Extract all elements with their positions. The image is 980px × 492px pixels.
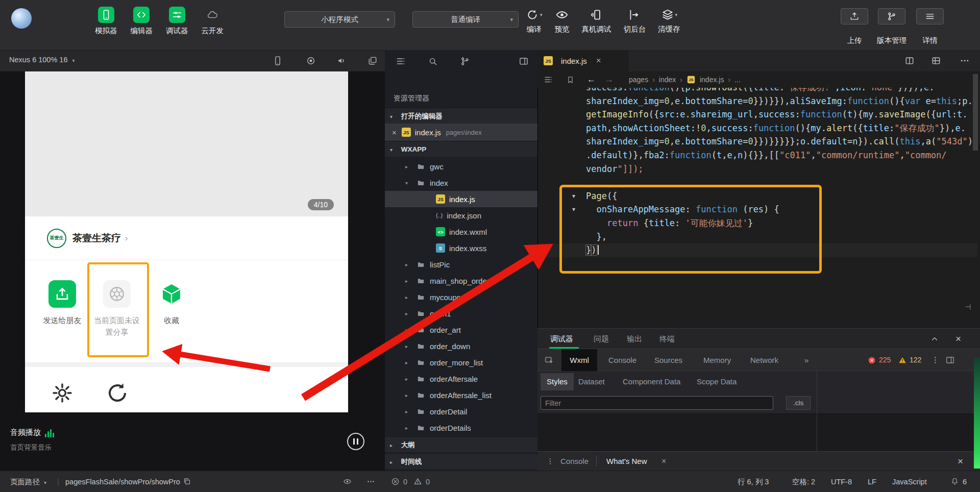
multi-window-icon[interactable] — [368, 56, 378, 66]
kebab-menu-icon[interactable] — [931, 356, 940, 364]
breadcrumb-index[interactable]: index — [659, 76, 676, 84]
devtools-tab-network[interactable]: Network — [750, 349, 778, 371]
dock-panel-icon[interactable] — [519, 56, 529, 66]
devtools-tab-memory[interactable]: Memory — [703, 349, 731, 371]
eye-icon[interactable] — [343, 477, 352, 486]
share-brand-row[interactable]: 茶壹生 茶壹生茶疗 › — [25, 216, 348, 260]
share-item-send-to-friend[interactable]: 发送给朋友 — [34, 280, 90, 326]
editor-button[interactable]: 编辑器 — [131, 7, 153, 36]
editor-scrollbar[interactable] — [973, 74, 978, 151]
devtools-tab-console[interactable]: Console — [608, 349, 636, 371]
open-editor-item[interactable]: × JS index.js pages\index — [385, 124, 537, 141]
timeline-header[interactable]: ▸ 时间线 — [385, 453, 537, 469]
cursor-position[interactable]: 行 6, 列 3 — [738, 471, 769, 492]
page-path-value[interactable]: pagesFlashSale/showPro/showPro — [65, 471, 180, 492]
wxss-file-icon: S — [436, 243, 445, 253]
record-icon[interactable] — [306, 56, 316, 66]
tree-item-index.wxml[interactable]: <>index.wxml — [385, 224, 537, 240]
cloud-dev-button[interactable]: 云开发 — [202, 7, 224, 36]
tree-item-gwc[interactable]: ▸gwc — [385, 158, 537, 175]
encoding[interactable]: UTF-8 — [831, 471, 852, 492]
simulator-button[interactable]: 模拟器 — [95, 7, 117, 36]
mode-select[interactable]: 小程序模式 ▾ — [284, 11, 395, 28]
tree-item-order_more_list[interactable]: ▸order_more_list — [385, 354, 537, 371]
tree-item-index.json[interactable]: {..}index.json — [385, 207, 537, 224]
split-editor-icon[interactable] — [904, 56, 915, 66]
version-control-button[interactable] — [878, 8, 905, 24]
wechat-devtools-window: 模拟器 编辑器 调试器 云开发 小程序模式 ▾ 普通编译 ▾ — [0, 0, 980, 492]
compile-mode-select[interactable]: 普通编译 ▾ — [412, 11, 519, 28]
search-icon[interactable] — [428, 56, 438, 66]
inspector-tab-styles[interactable]: Styles — [541, 373, 574, 390]
close-icon[interactable]: × — [662, 452, 666, 471]
pause-button[interactable] — [347, 433, 364, 450]
tree-item-open1[interactable]: ▸open1 — [385, 305, 537, 322]
language-mode[interactable]: JavaScript — [892, 471, 927, 492]
devtools-tab-wxml[interactable]: Wxml — [561, 349, 597, 371]
tree-item-order_art[interactable]: ▸order_art — [385, 322, 537, 338]
tree-item-listPic[interactable]: ▸listPic — [385, 256, 537, 273]
drawer-menu-icon[interactable] — [546, 457, 554, 465]
inspector-tab-component-data[interactable]: Component Data — [623, 371, 680, 392]
breadcrumb-pages[interactable]: pages — [629, 76, 648, 84]
tree-item-orderDetail[interactable]: ▸orderDetail — [385, 403, 537, 420]
project-header[interactable]: ▾ WXAPP — [385, 141, 537, 157]
device-debug-button[interactable]: 真机调试 — [582, 8, 611, 34]
layout-icon[interactable] — [931, 56, 941, 66]
share-item-favorite[interactable]: 收藏 — [143, 280, 200, 326]
details-button[interactable] — [916, 8, 944, 24]
style-filter-input[interactable] — [541, 396, 773, 410]
close-drawer-icon[interactable]: × — [958, 452, 963, 471]
tab-index-js[interactable]: JS index.js × — [537, 50, 628, 71]
drawer-tab-console[interactable]: Console — [560, 452, 589, 471]
reload-icon[interactable] — [105, 381, 130, 405]
bookmark-icon[interactable] — [566, 76, 575, 84]
outline-list-icon[interactable] — [396, 56, 406, 66]
compile-button[interactable]: ▾ 编译 — [526, 8, 543, 34]
copy-icon[interactable] — [183, 477, 191, 486]
tree-item-orderAftersale[interactable]: ▸orderAftersale — [385, 371, 537, 387]
dock-side-icon[interactable] — [945, 355, 955, 365]
drawer-tab-whats-new[interactable]: What's New — [606, 452, 647, 471]
nav-forward-icon[interactable]: → — [605, 75, 614, 85]
git-branch-icon[interactable] — [460, 56, 470, 66]
debugger-button[interactable]: 调试器 — [166, 7, 188, 36]
bell-icon[interactable] — [950, 477, 959, 486]
preview-button[interactable]: 预览 — [555, 8, 570, 34]
device-selector[interactable]: Nexus 6 100% 16 ▾ — [9, 56, 75, 64]
more-actions-icon[interactable] — [960, 56, 970, 66]
devtools-tab-sources[interactable]: Sources — [654, 349, 682, 371]
settings-gear-icon[interactable] — [50, 381, 75, 405]
breadcrumb-file[interactable]: index.js — [700, 76, 724, 84]
upload-button[interactable] — [841, 8, 868, 24]
breadcrumb-more[interactable]: ... — [734, 76, 741, 84]
tree-item-orderDetails[interactable]: ▸orderDetails — [385, 420, 537, 436]
clear-cache-button[interactable]: ▾ 清缓存 — [658, 8, 680, 34]
indent-setting[interactable]: 空格: 2 — [792, 471, 815, 492]
tree-item-index.wxss[interactable]: Sindex.wxss — [385, 240, 537, 256]
more-icon[interactable] — [366, 477, 375, 486]
outline-icon[interactable] — [544, 75, 553, 84]
inspect-element-icon[interactable] — [544, 355, 554, 365]
page-path-selector[interactable]: 页面路径 ▾ — [10, 471, 46, 492]
tree-item-index[interactable]: ▾index — [385, 175, 537, 191]
tree-item-index.js[interactable]: JSindex.js — [385, 191, 537, 207]
cls-toggle-button[interactable]: .cls — [786, 396, 811, 410]
user-avatar[interactable] — [11, 8, 32, 29]
inspector-tab-dataset[interactable]: Dataset — [578, 371, 605, 392]
open-editors-header[interactable]: ▾ 打开的编辑器 — [385, 108, 537, 124]
eol-setting[interactable]: LF — [868, 471, 876, 492]
nav-back-icon[interactable]: ← — [587, 75, 596, 85]
tree-item-main_shop_order[interactable]: ▸main_shop_order — [385, 273, 537, 289]
outline-header[interactable]: ▸ 大纲 — [385, 436, 537, 452]
inspector-tab-scope-data[interactable]: Scope Data — [697, 371, 737, 392]
rotate-device-icon[interactable] — [273, 56, 283, 66]
close-icon[interactable]: × — [596, 56, 601, 66]
close-icon[interactable]: × — [392, 128, 397, 137]
switch-background-button[interactable]: 切后台 — [624, 8, 646, 34]
tree-item-orderAftersale_list[interactable]: ▸orderAftersale_list — [385, 387, 537, 403]
sound-icon[interactable] — [336, 56, 347, 66]
more-tabs-icon[interactable]: » — [804, 349, 808, 371]
tree-item-mycoupon[interactable]: ▸mycoupon — [385, 289, 537, 305]
tree-item-order_down[interactable]: ▸order_down — [385, 338, 537, 354]
